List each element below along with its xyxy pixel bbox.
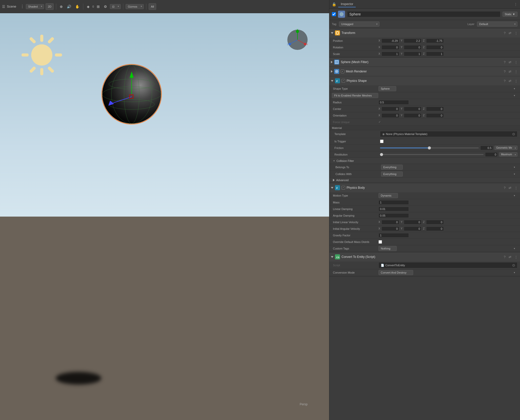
physics-body-help-icon[interactable]: ? <box>503 185 506 190</box>
tools-icon[interactable]: ⚙ <box>103 3 108 10</box>
init-linear-vel-y-input[interactable] <box>404 220 422 224</box>
mesh-renderer-settings-icon[interactable]: ⇄ <box>508 69 512 74</box>
center-y-input[interactable] <box>404 107 422 111</box>
friction-value-input[interactable] <box>480 146 493 150</box>
hand-icon[interactable]: ✋ <box>74 3 81 10</box>
position-z-input[interactable] <box>426 39 444 43</box>
motion-type-dropdown[interactable]: Dynamic <box>378 193 398 198</box>
init-angular-vel-y-input[interactable] <box>404 226 422 231</box>
audio-icon[interactable]: 🔊 <box>66 3 72 10</box>
position-y-input[interactable] <box>404 39 422 43</box>
mesh-filter-settings-icon[interactable]: ⇄ <box>508 60 512 65</box>
mesh-filter-help-icon[interactable]: ? <box>503 60 506 65</box>
physics-shape-more-icon[interactable]: ⋮ <box>514 79 518 83</box>
init-linear-vel-x-input[interactable] <box>382 220 399 224</box>
tag-dropdown[interactable]: Untagged <box>339 22 379 27</box>
scale-z-input[interactable] <box>426 52 444 56</box>
gizmos-dropdown[interactable]: Gizmos <box>126 4 144 9</box>
is-trigger-checkbox[interactable] <box>380 140 384 143</box>
inspector-more-icon[interactable]: ⋮ <box>514 2 517 6</box>
scale-y-input[interactable] <box>404 52 422 56</box>
2d-button[interactable]: 2D <box>46 3 54 10</box>
physics-body-checkbox[interactable]: ✓ <box>342 186 345 189</box>
rotation-y-input[interactable] <box>404 45 422 50</box>
object-name-input[interactable] <box>347 11 501 17</box>
tag-dropdown-wrapper[interactable]: Untagged <box>339 22 379 27</box>
object-active-checkbox[interactable] <box>332 12 336 16</box>
transform-dropdown-wrapper[interactable]: ⊡ <box>110 4 121 9</box>
init-angular-vel-x-input[interactable] <box>382 226 399 231</box>
linear-damping-input[interactable] <box>378 207 409 211</box>
physics-body-header[interactable]: # ✓ Physics Body ? ⇄ ⋮ <box>329 183 520 192</box>
layer-dropdown-wrapper[interactable]: Default <box>477 22 517 27</box>
restitution-mode-dropdown[interactable]: Maximum <box>499 152 517 157</box>
transform-help-icon[interactable]: ? <box>503 31 506 35</box>
restitution-slider[interactable] <box>380 154 484 155</box>
shape-type-dropdown[interactable]: Sphere <box>378 86 396 91</box>
init-angular-vel-z-input[interactable] <box>426 226 444 231</box>
template-picker-icon[interactable]: ⊙ <box>512 132 515 136</box>
restitution-slider-thumb[interactable] <box>380 153 383 156</box>
mesh-filter-more-icon[interactable]: ⋮ <box>514 60 518 65</box>
physics-body-more-icon[interactable]: ⋮ <box>514 185 518 190</box>
radius-input[interactable] <box>378 100 409 105</box>
friction-mode-dropdown[interactable]: Geometric Me <box>494 146 517 150</box>
mesh-filter-header[interactable]: Sphere (Mesh Filter) ? ⇄ ⋮ <box>329 58 520 67</box>
init-linear-vel-z-input[interactable] <box>426 220 444 224</box>
mesh-renderer-help-icon[interactable]: ? <box>503 69 506 74</box>
transform-more-icon[interactable]: ⋮ <box>514 31 518 35</box>
grid-icon[interactable]: ⊞ <box>95 3 101 10</box>
motion-type-dropdown-wrapper[interactable]: Dynamic <box>378 193 517 198</box>
center-z-input[interactable] <box>426 107 444 111</box>
shape-type-dropdown-wrapper[interactable]: Sphere <box>378 86 517 91</box>
angular-damping-input[interactable] <box>378 213 409 218</box>
collides-with-dropdown[interactable]: Everything <box>381 171 403 177</box>
layers-icon[interactable]: ◈ <box>86 3 91 10</box>
gizmos-dropdown-wrapper[interactable]: Gizmos <box>126 4 144 9</box>
physics-shape-help-icon[interactable]: ? <box>503 79 506 83</box>
orientation-y-input[interactable] <box>404 113 422 118</box>
transform-header[interactable]: Transform ? ⇄ ⋮ <box>329 28 520 37</box>
scale-x-input[interactable] <box>382 52 399 56</box>
inspector-tab[interactable]: Inspector <box>338 1 356 7</box>
restitution-value-input[interactable] <box>485 152 498 157</box>
physics-shape-settings-icon[interactable]: ⇄ <box>508 79 512 83</box>
transform-dropdown[interactable]: ⊡ <box>110 4 121 9</box>
belongs-to-dropdown[interactable]: Everything <box>381 165 403 170</box>
physics-shape-checkbox[interactable]: ✓ <box>342 79 345 83</box>
mesh-renderer-header[interactable]: ✓ Mesh Renderer ? ⇄ ⋮ <box>329 67 520 76</box>
fit-button-wrapper[interactable]: Fit to Enabled Render Meshes <box>332 93 517 98</box>
scene-gizmo[interactable]: Y X Z <box>286 28 309 51</box>
custom-tags-dropdown[interactable]: Nothing <box>378 246 397 251</box>
scene-menu-icon[interactable]: ☰ <box>2 5 5 9</box>
orientation-z-input[interactable] <box>426 113 444 118</box>
orientation-x-input[interactable] <box>382 113 399 118</box>
sphere-object[interactable] <box>101 64 162 125</box>
override-mass-checkbox[interactable] <box>378 240 382 244</box>
script-picker-icon[interactable]: ⊙ <box>512 263 515 267</box>
rotation-z-input[interactable] <box>426 45 444 50</box>
collides-with-dropdown-wrapper[interactable]: Everything <box>381 171 517 177</box>
mass-input[interactable] <box>378 200 409 205</box>
belongs-to-dropdown-wrapper[interactable]: Everything <box>381 165 517 170</box>
position-x-input[interactable] <box>382 39 399 43</box>
mesh-renderer-checkbox[interactable]: ✓ <box>341 70 344 73</box>
custom-tags-dropdown-wrapper[interactable]: Nothing <box>378 246 517 251</box>
lock-icon[interactable]: 🔒 <box>332 2 336 6</box>
convert-entity-help-icon[interactable]: ? <box>503 255 506 259</box>
static-button[interactable]: Static ▼ <box>503 12 517 17</box>
restitution-mode-wrapper[interactable]: Maximum <box>499 152 517 157</box>
gravity-factor-input[interactable] <box>378 233 409 238</box>
friction-mode-wrapper[interactable]: Geometric Me <box>494 146 517 150</box>
convert-entity-more-icon[interactable]: ⋮ <box>514 255 518 259</box>
layer-dropdown[interactable]: Default <box>477 22 517 27</box>
collision-filter-header[interactable]: ▼ Collision Filter <box>329 158 520 164</box>
physics-shape-header[interactable]: # ✓ Physics Shape ? ⇄ ⋮ <box>329 76 520 85</box>
center-x-input[interactable] <box>382 107 399 111</box>
mesh-renderer-more-icon[interactable]: ⋮ <box>514 69 518 74</box>
all-button[interactable]: All <box>149 3 156 10</box>
shaded-dropdown-wrapper[interactable]: Shaded <box>26 4 44 9</box>
rotation-x-input[interactable] <box>382 45 399 50</box>
advanced-row[interactable]: Advanced <box>329 178 520 183</box>
move-icon[interactable]: ⊕ <box>58 3 64 10</box>
